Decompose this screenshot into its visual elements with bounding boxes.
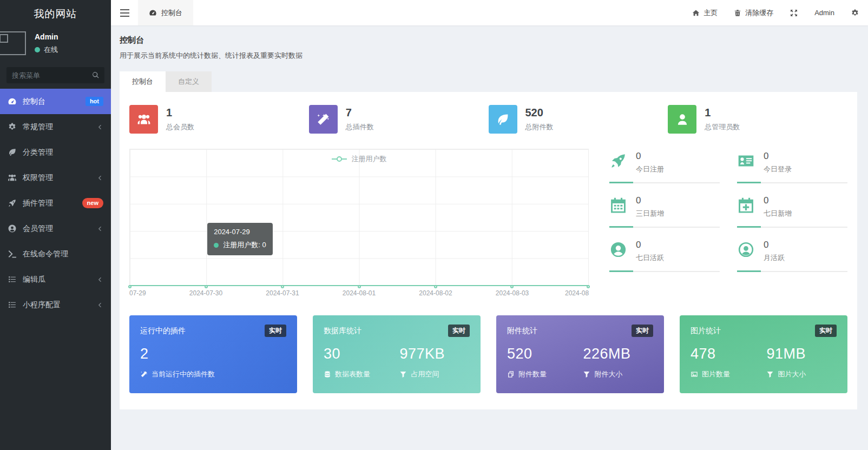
summary-cards-row: 运行中的插件 实时 2 当前运行中的插件数 <box>129 315 847 393</box>
home-link[interactable]: 主页 <box>692 8 718 18</box>
sidebar-item-dashboard[interactable]: 控制台 hot <box>0 89 111 114</box>
stat-value: 1 <box>166 107 194 119</box>
chart-x-axis: 07-29 2024-07-30 2024-07-31 2024-08-01 2… <box>129 289 589 299</box>
topbar: 控制台 主页 清除缓存 Admin <box>111 0 868 25</box>
chart-tooltip: 2024-07-29 注册用户数: 0 <box>207 223 272 255</box>
progress-bar <box>737 227 847 228</box>
chart-point <box>128 285 131 288</box>
main-area: 控制台 主页 清除缓存 Admin <box>111 0 868 450</box>
stat-value: 1 <box>705 107 740 119</box>
mini-stats-grid: 0 今日注册 0 今日登录 <box>609 149 847 299</box>
search-input[interactable] <box>6 67 104 83</box>
trash-icon <box>734 9 741 17</box>
fullscreen-button[interactable] <box>790 9 798 17</box>
avatar[interactable] <box>0 31 26 55</box>
stats-row: 1 总会员数 7 总插件数 520 <box>129 105 847 134</box>
user-menu[interactable]: Admin <box>814 9 834 17</box>
dashboard-icon <box>8 97 17 106</box>
stat-label: 总管理员数 <box>705 122 740 132</box>
stat-label: 总插件数 <box>346 122 374 132</box>
x-tick-label: 2024-07-31 <box>266 289 299 297</box>
sidebar-item-general[interactable]: 常规管理 <box>0 114 111 140</box>
user-circle-outline-icon <box>737 241 755 259</box>
chart-legend[interactable]: 注册用户数 <box>332 154 387 164</box>
sidebar-item-member[interactable]: 会员管理 <box>0 216 111 241</box>
chevron-left-icon <box>97 226 103 232</box>
app-root: 我的网站 Admin 在线 控制台 hot 常规管理 <box>0 0 868 450</box>
dashboard-icon <box>149 9 157 17</box>
progress-bar <box>737 271 847 272</box>
content-tabs: 控制台 自定义 <box>120 71 857 92</box>
x-tick-label: 07-29 <box>129 289 146 297</box>
user-circle-icon <box>8 224 17 233</box>
sidebar-item-editor[interactable]: 编辑瓜 <box>0 267 111 292</box>
topbar-tab-dashboard[interactable]: 控制台 <box>138 0 193 25</box>
menu-search <box>6 67 104 83</box>
list-icon <box>8 275 17 284</box>
users-group-icon <box>129 105 158 134</box>
sidebar-menu: 控制台 hot 常规管理 分类管理 权限管理 插件管理 new <box>0 89 111 450</box>
card-database-stats: 数据库统计 实时 30 数据表数量 <box>313 315 481 393</box>
chart-plot-area[interactable]: 注册用户数 2024-07-29 <box>129 149 589 286</box>
page-subtitle: 用于展示当前系统中的统计数据、统计报表及重要实时数据 <box>120 51 857 61</box>
calendar-icon <box>609 196 627 214</box>
leaf-icon <box>8 148 17 157</box>
card-title: 运行中的插件 <box>140 326 186 336</box>
new-badge: new <box>82 198 103 208</box>
card-attachment-stats: 附件统计 实时 520 附件数量 <box>496 315 664 393</box>
chevron-left-icon <box>97 302 103 308</box>
realtime-badge: 实时 <box>632 325 653 337</box>
tab-custom[interactable]: 自定义 <box>166 71 212 92</box>
chart-point <box>510 285 514 288</box>
user-circle-solid-icon <box>609 241 627 259</box>
chart-point <box>358 285 361 288</box>
x-tick-label: 2024-07-30 <box>189 289 222 297</box>
tooltip-date: 2024-07-29 <box>214 228 266 236</box>
settings-button[interactable] <box>851 9 859 17</box>
chart-point <box>434 285 437 288</box>
chevron-left-icon <box>97 276 103 283</box>
stat-label: 总会员数 <box>166 122 194 132</box>
filter-icon <box>766 370 774 378</box>
magic-wand-icon <box>140 370 148 378</box>
card-value: 226MB <box>583 346 653 362</box>
filter-icon <box>399 370 407 378</box>
clear-cache-button[interactable]: 清除缓存 <box>734 8 773 18</box>
sidebar-item-auth[interactable]: 权限管理 <box>0 165 111 190</box>
terminal-icon <box>8 249 17 259</box>
hamburger-icon <box>120 9 129 17</box>
sidebar-item-miniprogram[interactable]: 小程序配置 <box>0 292 111 317</box>
chart-point <box>587 285 590 288</box>
card-value: 977KB <box>399 346 470 362</box>
search-icon[interactable] <box>91 71 100 79</box>
sidebar-item-command[interactable]: 在线命令管理 <box>0 241 111 267</box>
registrations-chart: 注册用户数 2024-07-29 <box>129 149 589 299</box>
dashboard-panel: 1 总会员数 7 总插件数 520 <box>120 92 857 409</box>
card-value: 91MB <box>766 346 837 362</box>
sidebar-item-category[interactable]: 分类管理 <box>0 140 111 165</box>
sidebar: 我的网站 Admin 在线 控制台 hot 常规管理 <box>0 0 111 450</box>
id-card-icon <box>737 152 755 170</box>
mini-stat-7day-active: 0 七日活跃 <box>609 240 720 272</box>
progress-bar <box>737 182 847 183</box>
list-icon <box>8 300 17 309</box>
card-title: 附件统计 <box>507 326 537 336</box>
stat-value: 520 <box>525 107 554 119</box>
database-icon <box>324 370 331 378</box>
card-title: 图片统计 <box>691 326 721 336</box>
sidebar-toggle-button[interactable] <box>111 0 138 25</box>
mini-stat-3day-new: 0 三日新增 <box>609 195 720 228</box>
sidebar-item-addon[interactable]: 插件管理 new <box>0 190 111 216</box>
rocket-icon <box>8 198 17 208</box>
progress-bar <box>609 227 720 228</box>
progress-bar <box>609 271 720 272</box>
page-content: 控制台 用于展示当前系统中的统计数据、统计报表及重要实时数据 控制台 自定义 1… <box>111 25 868 450</box>
user-status: 在线 <box>44 45 58 55</box>
site-title: 我的网站 <box>0 0 111 28</box>
user-panel: Admin 在线 <box>0 28 111 63</box>
gears-icon <box>8 122 17 131</box>
leaf-icon <box>489 105 517 134</box>
chart-point <box>281 285 284 288</box>
tab-dashboard[interactable]: 控制台 <box>120 71 166 92</box>
page-title: 控制台 <box>120 35 857 45</box>
